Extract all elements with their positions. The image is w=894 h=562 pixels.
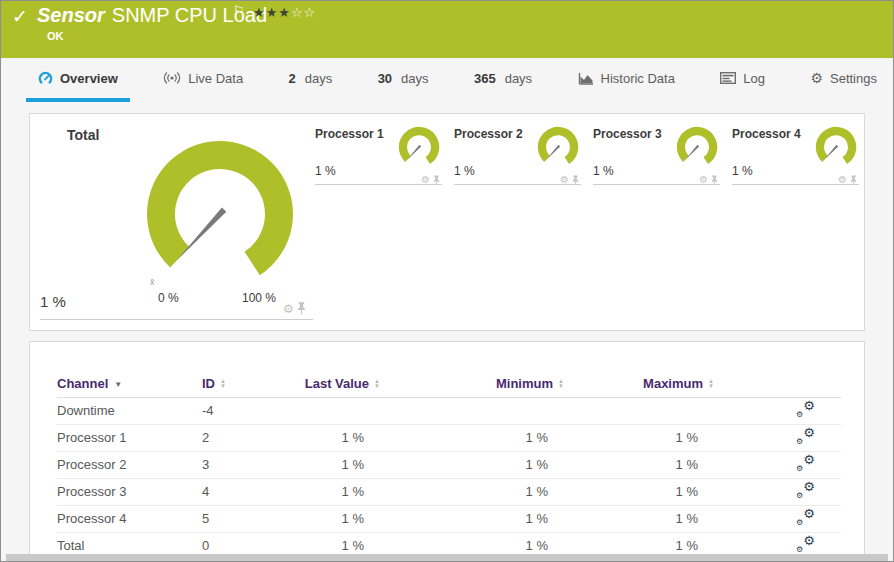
gear-small-icon: ⚙ xyxy=(796,545,803,554)
gauge-needle xyxy=(176,208,227,262)
last-value-cell: 1 % xyxy=(302,424,380,451)
total-gauge-actions: ⚙ xyxy=(283,302,306,315)
divider xyxy=(732,184,859,185)
horizontal-scrollbar[interactable] xyxy=(6,554,888,561)
table-row: Processor 1 2 1 % 1 % 1 % ⚙ ⚙ xyxy=(57,424,841,451)
channel-id-cell: 5 xyxy=(202,505,302,532)
area-chart-icon xyxy=(578,72,594,85)
last-value-cell: 1 % xyxy=(302,505,380,532)
channel-id-cell: 4 xyxy=(202,478,302,505)
gear-small-icon: ⚙ xyxy=(796,410,803,419)
stars-empty[interactable]: ☆☆ xyxy=(291,5,316,20)
tab-label: Log xyxy=(743,71,765,86)
channel-table-body: Downtime -4 ⚙ ⚙ Processor 1 2 1 % 1 % 1 … xyxy=(57,397,841,559)
tab-historic-data[interactable]: Historic Data xyxy=(566,58,687,102)
column-header-minimum[interactable]: Minimum▲▼ xyxy=(380,370,564,397)
minimum-cell xyxy=(380,397,564,424)
column-label: Minimum xyxy=(496,376,553,391)
gauge-label: Processor 1 xyxy=(315,127,384,141)
table-row: Downtime -4 ⚙ ⚙ xyxy=(57,397,841,424)
gear-small-icon: ⚙ xyxy=(796,437,803,446)
gear-big-icon: ⚙ xyxy=(803,479,815,494)
tab-log[interactable]: Log xyxy=(708,58,777,102)
channel-id-cell: 3 xyxy=(202,451,302,478)
sort-icon: ▲▼ xyxy=(708,379,714,389)
tab-live-data[interactable]: Live Data xyxy=(151,58,255,102)
maximum-cell xyxy=(564,397,714,424)
gear-small-icon: ⚙ xyxy=(796,464,803,473)
minimum-cell: 1 % xyxy=(380,424,564,451)
tab-2-days[interactable]: 2 days xyxy=(277,58,345,102)
tab-settings[interactable]: ⚙ Settings xyxy=(798,58,889,102)
column-header-id[interactable]: ID▲▼ xyxy=(202,370,302,397)
gear-big-icon: ⚙ xyxy=(803,398,815,413)
flag-icon[interactable]: ⚐ xyxy=(233,3,245,18)
gauge-scale-min: 0 % xyxy=(158,291,179,305)
column-label: ID xyxy=(202,376,215,391)
sensor-overview-window: ✓ SensorSNMP CPU Load ⚐ ★★★☆☆ OK Overvie… xyxy=(0,0,894,562)
processor-1-gauge xyxy=(396,124,442,172)
tab-30-days[interactable]: 30 days xyxy=(366,58,441,102)
priority-stars[interactable]: ★★★☆☆ xyxy=(253,5,316,20)
gear-small-icon: ⚙ xyxy=(796,491,803,500)
divider xyxy=(315,184,442,185)
channel-name-cell: Downtime xyxy=(57,397,202,424)
gauge-arc xyxy=(147,141,293,275)
stars-filled[interactable]: ★★★ xyxy=(253,5,291,20)
minimum-cell: 1 % xyxy=(380,451,564,478)
total-gauge: x̄ xyxy=(140,136,300,296)
gear-big-icon: ⚙ xyxy=(803,452,815,467)
divider xyxy=(593,184,720,185)
tab-365-days[interactable]: 365 days xyxy=(462,58,544,102)
gauge-value: 1 % xyxy=(454,164,475,178)
gauge-label: Processor 3 xyxy=(593,127,662,141)
sort-icon: ▲▼ xyxy=(374,379,380,389)
maximum-cell: 1 % xyxy=(564,451,714,478)
column-label: Maximum xyxy=(643,376,703,391)
minimum-cell: 1 % xyxy=(380,478,564,505)
gauge-value: 1 % xyxy=(593,164,614,178)
status-badge: OK xyxy=(47,30,64,42)
channel-settings-gears-icon[interactable]: ⚙ ⚙ xyxy=(795,428,815,444)
table-row: Processor 3 4 1 % 1 % 1 % ⚙ ⚙ xyxy=(57,478,841,505)
minimum-cell: 1 % xyxy=(380,505,564,532)
channel-name-cell: Processor 2 xyxy=(57,451,202,478)
tab-number: 365 xyxy=(474,71,496,86)
tab-label: days xyxy=(305,71,332,86)
table-row: Processor 4 5 1 % 1 % 1 % ⚙ ⚙ xyxy=(57,505,841,532)
channel-settings-gear-icon[interactable]: ⚙ xyxy=(283,303,294,315)
tab-label: days xyxy=(401,71,428,86)
pin-icon[interactable] xyxy=(297,302,306,315)
gear-small-icon: ⚙ xyxy=(796,518,803,527)
gauge-block-processor-3: Processor 3 1 % ⚙ xyxy=(593,114,720,194)
tab-overview[interactable]: Overview xyxy=(26,58,130,102)
total-gauge-value: 1 % xyxy=(40,293,66,310)
gauge-block-processor-4: Processor 4 1 % ⚙ xyxy=(732,114,859,194)
column-header-last-value[interactable]: Last Value▲▼ xyxy=(302,370,380,397)
maximum-cell: 1 % xyxy=(564,505,714,532)
channel-settings-gears-icon[interactable]: ⚙ ⚙ xyxy=(795,509,815,525)
channel-settings-gears-icon[interactable]: ⚙ ⚙ xyxy=(795,536,815,552)
tab-bar: Overview Live Data 2 days 30 days 365 da… xyxy=(1,58,893,102)
gauge-value: 1 % xyxy=(315,164,336,178)
processor-2-gauge xyxy=(535,124,581,172)
channel-name-cell: Processor 1 xyxy=(57,424,202,451)
channel-settings-gears-icon[interactable]: ⚙ ⚙ xyxy=(795,401,815,417)
sort-desc-icon: ▼ xyxy=(114,380,122,389)
gear-big-icon: ⚙ xyxy=(803,506,815,521)
column-header-maximum[interactable]: Maximum▲▼ xyxy=(564,370,714,397)
tab-label: Settings xyxy=(830,71,877,86)
processor-4-gauge xyxy=(813,124,859,172)
sort-icon: ▲▼ xyxy=(220,379,226,389)
status-ok-check-icon: ✓ xyxy=(12,5,28,27)
maximum-cell: 1 % xyxy=(564,424,714,451)
channel-settings-gears-icon[interactable]: ⚙ ⚙ xyxy=(795,482,815,498)
column-header-channel[interactable]: Channel▼ xyxy=(57,370,202,397)
tab-label: Live Data xyxy=(188,71,243,86)
channel-id-cell: 2 xyxy=(202,424,302,451)
gauge-scale-max: 100 % xyxy=(242,291,276,305)
gear-icon: ⚙ xyxy=(810,70,823,86)
last-value-cell: 1 % xyxy=(302,451,380,478)
column-label: Channel xyxy=(57,376,108,391)
channel-settings-gears-icon[interactable]: ⚙ ⚙ xyxy=(795,455,815,471)
